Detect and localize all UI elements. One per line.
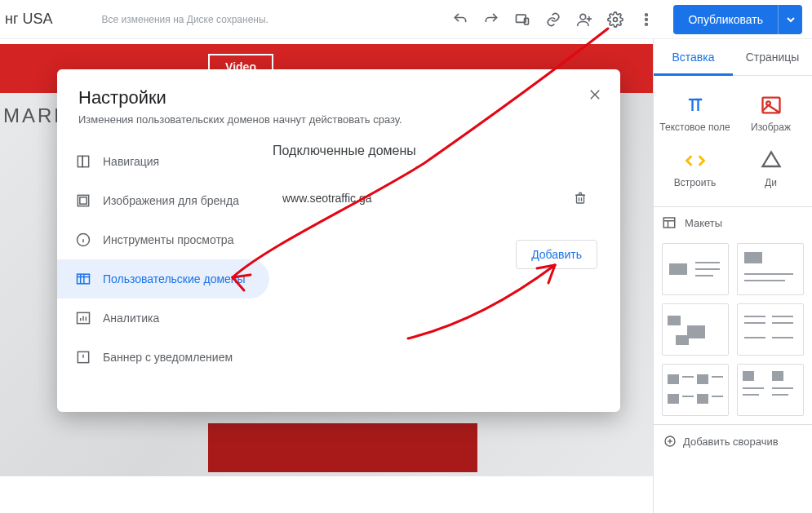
tool-label: Встроить	[674, 177, 716, 188]
tool-image[interactable]: Изображ	[733, 89, 809, 144]
nav-analytics[interactable]: Аналитика	[57, 299, 269, 338]
tab-pages[interactable]: Страницы	[733, 39, 812, 75]
more-button[interactable]	[631, 4, 662, 35]
side-panel: Вставка Страницы Текстовое поле Изображ …	[653, 39, 812, 513]
nav-navigation[interactable]: Навигация	[57, 142, 269, 181]
nav-banner[interactable]: Баннер с уведомлением	[57, 338, 269, 377]
tool-embed[interactable]: Встроить	[657, 144, 733, 200]
layouts-label: Макеты	[685, 217, 722, 229]
text-icon	[684, 94, 707, 117]
tool-label: Ди	[765, 177, 777, 188]
nav-brand-images[interactable]: Изображения для бренда	[57, 181, 269, 220]
nav-label: Изображения для бренда	[103, 194, 239, 207]
settings-dialog: Настройки Изменения пользовательских дом…	[57, 69, 620, 412]
link-icon	[545, 11, 561, 28]
link-button[interactable]	[538, 4, 569, 35]
svg-point-5	[646, 18, 648, 20]
nav-label: Инструменты просмотра	[103, 233, 233, 246]
nav-label: Баннер с уведомлением	[103, 351, 233, 364]
layout-icon	[75, 153, 91, 170]
publish-options-button[interactable]	[778, 5, 802, 34]
close-icon	[588, 87, 602, 102]
svg-rect-12	[82, 156, 89, 166]
settings-nav: Навигация Изображения для бренда Инструм…	[57, 132, 269, 412]
nav-label: Навигация	[103, 155, 159, 168]
tool-drive[interactable]: Ди	[733, 144, 809, 200]
preview-button[interactable]	[507, 4, 538, 35]
undo-icon	[452, 11, 468, 28]
tool-text-box[interactable]: Текстовое поле	[657, 89, 733, 144]
undo-button[interactable]	[445, 4, 476, 35]
nav-label: Пользовательские домены	[103, 272, 246, 285]
domain-delete-button[interactable]	[566, 184, 594, 212]
domain-name: www.seotraffic.ga	[282, 192, 371, 205]
caret-down-icon	[787, 15, 795, 24]
domain-icon	[75, 271, 91, 287]
content-heading: Подключенные домены	[273, 144, 597, 158]
layout-option-3[interactable]	[662, 303, 729, 356]
layouts-header: Макеты	[654, 206, 812, 235]
svg-point-3	[614, 17, 618, 21]
canvas-footer-strip	[208, 423, 477, 472]
svg-rect-14	[80, 197, 87, 204]
svg-point-6	[646, 23, 648, 25]
app-topbar: нг USA Все изменения на Диске сохранены.…	[0, 0, 812, 39]
publish-button[interactable]: Опубликовать	[673, 5, 778, 34]
redo-icon	[483, 11, 499, 28]
dialog-close-button[interactable]	[581, 81, 609, 108]
trash-icon	[573, 191, 588, 206]
redo-button[interactable]	[476, 4, 507, 35]
info-icon	[75, 232, 91, 248]
settings-content: Подключенные домены www.seotraffic.ga До…	[269, 132, 620, 412]
svg-rect-11	[78, 156, 82, 166]
save-status: Все изменения на Диске сохранены.	[102, 14, 268, 25]
layout-option-2[interactable]	[737, 243, 804, 295]
svg-rect-9	[663, 218, 675, 228]
drive-icon	[760, 149, 783, 172]
devices-icon	[514, 11, 530, 28]
svg-point-4	[646, 13, 648, 15]
add-collapse-button[interactable]: Добавить сворачив	[654, 424, 812, 458]
plus-icon	[663, 435, 677, 448]
dialog-subtitle: Изменения пользовательских доменов начну…	[78, 113, 599, 126]
layout-option-1[interactable]	[662, 243, 729, 295]
svg-rect-16	[78, 274, 90, 284]
layout-option-6[interactable]	[737, 364, 804, 416]
image-icon	[760, 94, 783, 117]
svg-point-2	[580, 14, 586, 20]
layout-option-5[interactable]	[662, 364, 729, 416]
settings-button[interactable]	[600, 4, 631, 35]
svg-rect-19	[577, 195, 584, 203]
nav-label: Аналитика	[103, 312, 159, 325]
nav-viewer-tools[interactable]: Инструменты просмотра	[57, 220, 269, 259]
analytics-icon	[75, 310, 91, 326]
layout-grid	[654, 235, 812, 424]
doc-title[interactable]: нг USA	[5, 11, 53, 28]
more-vert-icon	[638, 11, 654, 28]
tool-label: Изображ	[751, 122, 791, 133]
layouts-icon	[662, 215, 677, 230]
tool-label: Текстовое поле	[659, 122, 730, 133]
embed-icon	[684, 149, 707, 172]
domain-row: www.seotraffic.ga	[273, 179, 597, 217]
layout-option-4[interactable]	[737, 303, 804, 356]
banner-icon	[75, 349, 91, 365]
gear-icon	[607, 11, 623, 28]
tab-insert[interactable]: Вставка	[654, 39, 733, 76]
dialog-title: Настройки	[78, 87, 599, 108]
person-add-icon	[576, 11, 592, 28]
nav-custom-domains[interactable]: Пользовательские домены	[57, 259, 269, 299]
collapse-label: Добавить сворачив	[683, 436, 779, 448]
brand-image-icon	[75, 192, 91, 209]
share-button[interactable]	[569, 4, 600, 35]
add-domain-button[interactable]: Добавить	[516, 240, 597, 269]
